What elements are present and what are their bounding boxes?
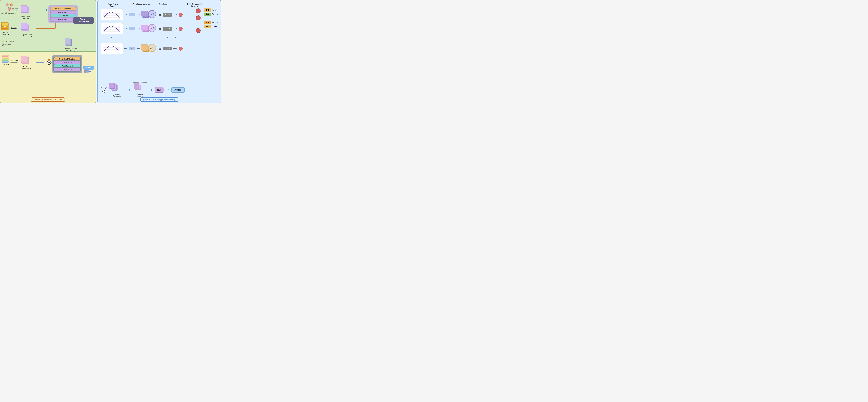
sim-box-3: 0.568	[163, 47, 172, 51]
short-term-label: Short-TermMemory m	[1, 32, 9, 35]
seasons-group: Seasons z	[1, 55, 9, 66]
legend-concat: ⊕ Concat	[2, 43, 14, 46]
dots-ellipsis: ⋮	[110, 37, 114, 41]
output-values: 0.72 Spring 0.06 Summer ⋮ 0.18 Autumn 0.…	[204, 8, 219, 28]
action-box: Action	[171, 87, 185, 93]
svg-rect-46	[2, 55, 8, 57]
svg-point-28	[4, 26, 6, 27]
svg-rect-23	[21, 5, 27, 12]
encoded-features-group: EncodedFeatures Fz	[108, 82, 125, 97]
multiply-2: ⊗	[159, 27, 161, 31]
proto-label-3: p_24	[150, 47, 154, 49]
svg-rect-27	[1, 23, 8, 25]
policy-label: Policy	[83, 66, 94, 70]
bottom-row: Top 1 p* EncodedFeatures Fz	[101, 82, 218, 98]
svg-rect-47	[2, 57, 8, 59]
bot-norm1: Add & Norm	[54, 61, 80, 64]
dynamic-features: Fine-Grain DynamicFeatures xm	[21, 23, 35, 37]
top-norm1: Add & Norm	[51, 11, 75, 14]
proto-header: Prototypes Layer gp	[130, 3, 152, 9]
fc-output-node-3	[196, 28, 201, 33]
summer-label: Summer	[212, 13, 219, 15]
dots-ellipsis2: ⋮	[144, 37, 148, 41]
proto-1-group: p_1	[141, 9, 157, 20]
summer-val: 0.06	[204, 13, 211, 16]
svg-rect-48	[2, 59, 8, 61]
memory-icon	[1, 23, 9, 31]
top-norm2: Add & Norm	[51, 18, 75, 21]
retrieval-arrow	[149, 88, 153, 92]
fc-nodes-col2	[179, 27, 183, 31]
output-spring: 0.72 Spring	[204, 8, 219, 11]
svg-rect-55	[85, 70, 89, 73]
embedding-label: Embedding	[11, 59, 20, 61]
series-box-1	[101, 9, 123, 20]
winter-label: Winter	[212, 26, 217, 28]
dots-row: ⋮ ⋮ ⋮ ⋮ ⋮	[101, 36, 218, 41]
autumn-val: 0.18	[204, 21, 211, 24]
svg-rect-81	[141, 44, 148, 50]
static-features-label: Network StaticFeatures xo	[21, 15, 31, 20]
right-panel: Solar TermsSeries Prototypes Layer gp Si…	[97, 0, 221, 103]
retrieval-features-group: RetrievalFeatures Fp	[133, 82, 147, 98]
dots-ellipsis5: ⋮	[174, 37, 178, 41]
multiply-3: ⊗	[159, 47, 161, 51]
sim-box-2: 2.553	[163, 27, 172, 31]
lstm-tag-3: LSTM	[129, 47, 135, 50]
svg-rect-72	[141, 25, 148, 30]
top1-arrow	[102, 90, 106, 93]
svg-text:⊕: ⊕	[48, 61, 50, 64]
lstm-tag-1: LSTM	[129, 13, 135, 16]
output-winter: 0.04 Winter	[204, 25, 219, 28]
winter-val: 0.04	[204, 25, 211, 28]
svg-point-12	[8, 8, 11, 10]
embeddings: Multi-TaskEmbeddings xz	[21, 55, 31, 70]
svg-marker-83	[102, 90, 105, 93]
top-section: ⊕	[0, 0, 96, 52]
dots-ellipsis3: ⋮	[158, 37, 162, 41]
fc-output-node-2	[196, 15, 201, 20]
sim-box-1: 1.447	[163, 13, 172, 16]
dashed-divider	[97, 0, 97, 103]
left-panel: ⊕	[0, 0, 96, 103]
svg-point-41	[47, 61, 51, 65]
section-title-right: (ii) Temporal Prototype-Aware Policy	[141, 97, 178, 102]
svg-line-14	[8, 6, 9, 8]
dots-ellipsis4: ⋮	[166, 37, 170, 41]
proto-label-1: p_1	[151, 13, 154, 15]
seasons-label: Seasons z	[1, 64, 9, 66]
proto-3-group: p_24	[141, 43, 157, 54]
seasons-icon	[1, 55, 9, 63]
fc-output-node-1	[196, 8, 201, 13]
dynamic-features-label: Fine-Grain DynamicFeatures xm	[21, 33, 35, 37]
proto-circle-1: p_1	[148, 10, 156, 18]
bilstm-label: BiLSTM	[11, 27, 17, 29]
bottom-transformer-block: Multi-Head Attention Add & Norm Feed For…	[52, 55, 83, 73]
svg-rect-87	[109, 82, 114, 89]
legend-pv: ☀ PV Installed	[2, 40, 14, 42]
top-ff: Feed Forward	[51, 14, 75, 17]
series-box-2	[101, 23, 123, 34]
svg-rect-92	[134, 83, 139, 89]
fc-node	[179, 46, 183, 51]
stacked-transformer-label: Stacked Transformer	[73, 17, 94, 24]
output-dots: ⋮	[204, 17, 219, 20]
fc-header: Fully ConnectedLayer c	[171, 3, 218, 9]
concat-symbol: ⊕	[2, 43, 4, 46]
multiply-1: ⊗	[159, 13, 161, 16]
svg-rect-35	[21, 23, 27, 30]
proto-label-2: p_2	[151, 27, 154, 29]
bot-mha: Multi-Head Attention	[54, 58, 80, 60]
fc-dots: ⋮	[196, 23, 201, 26]
proto-2-group: p_2	[141, 23, 157, 34]
spring-label: Spring	[212, 9, 217, 11]
bottom-section: ⊕ Seasons z Embedding	[0, 52, 96, 103]
series-box-3	[101, 43, 123, 54]
retrieval-label: RetrievalFeatures Fp	[133, 93, 147, 98]
top1-label: Top 1 p*	[101, 87, 107, 89]
network-obs-label: Network Observation o	[1, 12, 17, 14]
mlp-box: MLP	[155, 87, 164, 93]
svg-rect-52	[21, 56, 27, 62]
fc-nodes-col3	[179, 46, 183, 51]
memory-encoded: Memory-EncodedFeatures Fm	[65, 37, 77, 52]
